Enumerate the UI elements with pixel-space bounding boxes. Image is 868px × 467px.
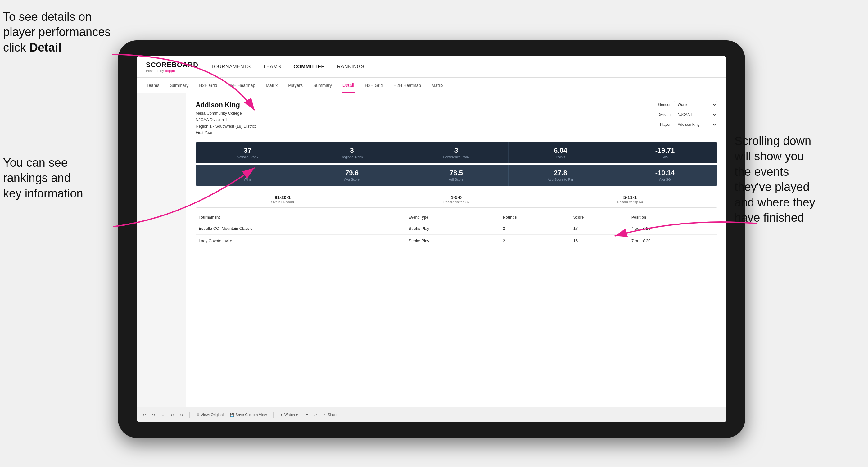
subnav-matrix[interactable]: Matrix <box>265 77 278 93</box>
nav-teams[interactable]: TEAMS <box>263 64 281 69</box>
nav-committee[interactable]: COMMITTEE <box>293 64 325 69</box>
stat-avg-score: 79.6 Avg Score <box>300 164 404 186</box>
col-tournament: Tournament <box>195 213 405 222</box>
subnav-players[interactable]: Players <box>287 77 303 93</box>
nav-tournaments[interactable]: TOURNAMENTS <box>211 64 251 69</box>
toolbar-sep2 <box>273 412 274 418</box>
subnav-h2h-grid2[interactable]: H2H Grid <box>364 77 383 93</box>
overall-record: 91-20-1 Overall Record <box>196 191 369 208</box>
stat-points: 6.04 Points <box>508 142 613 163</box>
subnav-matrix2[interactable]: Matrix <box>431 77 444 93</box>
annotation-top-left: To see details on player performances cl… <box>3 9 121 55</box>
player-region: Region 1 - Southwest (18) District <box>195 123 256 130</box>
record-top25: 1-5-0 Record vs top 25 <box>369 191 543 208</box>
annotation-bottom-left: You can see rankings and key information <box>3 155 108 201</box>
regional-rank-label: Regional Rank <box>303 155 401 159</box>
points-value: 6.04 <box>512 147 610 155</box>
stat-avg-score-par: 27.8 Avg Score to Par <box>508 164 613 186</box>
player-name: Addison King <box>195 101 256 109</box>
cell-score: 16 <box>570 235 628 247</box>
subnav-h2h-grid[interactable]: H2H Grid <box>198 77 218 93</box>
overall-record-value: 91-20-1 <box>199 195 365 200</box>
col-position: Position <box>628 213 717 222</box>
main-nav: TOURNAMENTS TEAMS COMMITTEE RANKINGS <box>211 64 364 69</box>
gender-label: Gender <box>650 102 671 107</box>
bottom-toolbar: ↩ ↪ ⊕ ⊖ ⊙ 🖥 View: Original 💾 Save Custom… <box>136 407 726 422</box>
points-label: Points <box>512 155 610 159</box>
stat-adj-score: 78.5 Adj Score <box>404 164 508 186</box>
player-select[interactable]: Addison King <box>674 121 717 128</box>
top50-label: Record vs top 50 <box>547 200 713 204</box>
tournament-table: Tournament Event Type Rounds Score Posit… <box>195 213 717 247</box>
content-area: Addison King Mesa Community College NJCA… <box>136 93 726 407</box>
avg-score-par-label: Avg Score to Par <box>512 178 610 181</box>
top25-label: Record vs top 25 <box>373 200 539 204</box>
cell-tournament: Lady Coyote Invite <box>195 235 405 247</box>
subnav-h2h-heatmap[interactable]: H2H Heatmap <box>227 77 256 93</box>
stats-row1: 37 National Rank 3 Regional Rank 3 Confe… <box>195 142 717 163</box>
cell-position: 4 out of 20 <box>628 222 717 235</box>
logo-area: SCOREBOARD Powered by clippd <box>146 61 198 73</box>
toolbar-watch[interactable]: 👁 Watch ▾ <box>280 413 298 417</box>
records-row: 91-20-1 Overall Record 1-5-0 Record vs t… <box>195 191 717 208</box>
toolbar-undo[interactable]: ↩ <box>143 413 146 417</box>
col-rounds: Rounds <box>500 213 570 222</box>
record-top50: 5-11-1 Record vs top 50 <box>543 191 717 208</box>
player-year: First Year <box>195 129 256 136</box>
subnav-teams[interactable]: Teams <box>146 77 160 93</box>
main-panel: Addison King Mesa Community College NJCA… <box>186 93 726 407</box>
top-nav: SCOREBOARD Powered by clippd TOURNAMENTS… <box>136 56 726 77</box>
toolbar-expand[interactable]: ⤢ <box>314 413 317 417</box>
stats-row2: 0 Wins 79.6 Avg Score 78.5 Adj Score 27.… <box>195 164 717 186</box>
national-rank-label: National Rank <box>199 155 297 159</box>
player-row: Player Addison King <box>650 121 717 128</box>
toolbar-screen[interactable]: □▾ <box>304 413 308 417</box>
toolbar-redo[interactable]: ↪ <box>152 413 155 417</box>
top25-value: 1-5-0 <box>373 195 539 200</box>
subnav-summary2[interactable]: Summary <box>313 77 333 93</box>
cell-event-type: Stroke Play <box>405 235 500 247</box>
stat-avg-sg: -10.14 Avg SG <box>613 164 717 186</box>
wins-value: 0 <box>199 169 297 177</box>
toolbar-share[interactable]: ⤳ Share <box>323 413 337 417</box>
avg-score-value: 79.6 <box>303 169 401 177</box>
subnav-detail[interactable]: Detail <box>342 77 355 93</box>
subnav-h2h-heatmap2[interactable]: H2H Heatmap <box>393 77 422 93</box>
toolbar-save-custom[interactable]: 💾 Save Custom View <box>230 413 267 417</box>
player-info: Addison King Mesa Community College NJCA… <box>195 101 256 136</box>
subnav-summary[interactable]: Summary <box>169 77 189 93</box>
player-header: Addison King Mesa Community College NJCA… <box>195 101 717 136</box>
table-header-row: Tournament Event Type Rounds Score Posit… <box>195 213 717 222</box>
adj-score-label: Adj Score <box>407 178 505 181</box>
toolbar-zoom-out[interactable]: ⊖ <box>171 413 174 417</box>
division-select[interactable]: NJCAA I <box>674 111 717 118</box>
nav-rankings[interactable]: RANKINGS <box>337 64 365 69</box>
player-label: Player <box>650 122 671 127</box>
conference-rank-value: 3 <box>407 147 505 155</box>
annotation-right: Scrolling down will show you the events … <box>735 133 865 225</box>
col-event-type: Event Type <box>405 213 500 222</box>
cell-score: 17 <box>570 222 628 235</box>
top50-value: 5-11-1 <box>547 195 713 200</box>
toolbar-zoom-in[interactable]: ⊕ <box>161 413 164 417</box>
stat-wins: 0 Wins <box>195 164 300 186</box>
stat-conference-rank: 3 Conference Rank <box>404 142 508 163</box>
logo-powered: Powered by clippd <box>146 69 198 73</box>
sos-value: -19.71 <box>616 147 714 155</box>
cell-rounds: 2 <box>500 235 570 247</box>
player-college: Mesa Community College <box>195 110 256 117</box>
division-row: Division NJCAA I <box>650 111 717 118</box>
gender-select[interactable]: Women <box>674 101 717 108</box>
player-controls: Gender Women Division NJCAA I <box>650 101 717 128</box>
overall-record-label: Overall Record <box>199 200 365 204</box>
division-label: Division <box>650 113 671 117</box>
table-row: Estrella CC- Mountain Classic Stroke Pla… <box>195 222 717 235</box>
sub-nav: Teams Summary H2H Grid H2H Heatmap Matri… <box>136 77 726 93</box>
toolbar-view-original[interactable]: 🖥 View: Original <box>196 413 223 417</box>
stat-regional-rank: 3 Regional Rank <box>300 142 404 163</box>
conference-rank-label: Conference Rank <box>407 155 505 159</box>
stat-national-rank: 37 National Rank <box>195 142 300 163</box>
regional-rank-value: 3 <box>303 147 401 155</box>
left-sidebar <box>136 93 186 407</box>
toolbar-fit[interactable]: ⊙ <box>180 413 183 417</box>
